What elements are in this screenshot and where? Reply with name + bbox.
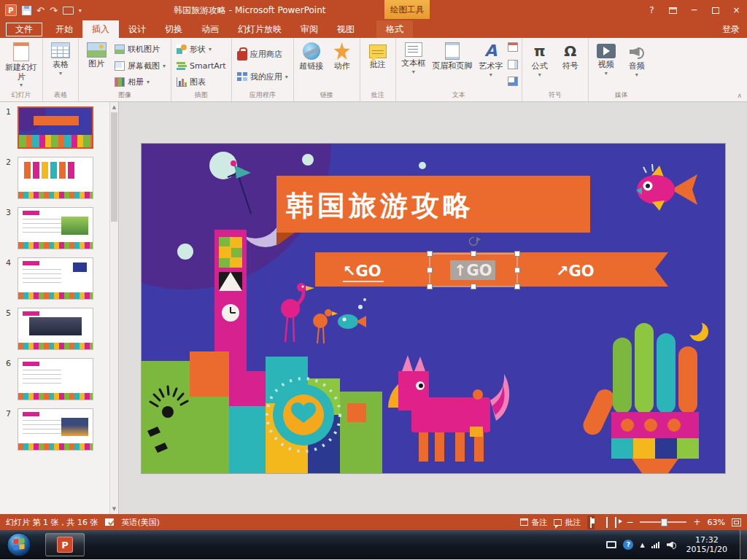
slide-thumbnail[interactable] bbox=[18, 358, 93, 400]
my-apps-button[interactable]: 我的应用 ▾ bbox=[234, 69, 291, 85]
show-desktop-button[interactable] bbox=[740, 530, 747, 559]
new-slide-button[interactable]: 新建幻灯片 ▾ bbox=[2, 40, 40, 88]
wordart-button[interactable]: A 艺术字 ▾ bbox=[476, 40, 506, 78]
scrollbar-thumb[interactable] bbox=[111, 112, 117, 222]
hyperlink-button[interactable]: 超链接 bbox=[296, 40, 327, 71]
save-icon[interactable] bbox=[22, 6, 31, 15]
zoom-level[interactable]: 63% bbox=[708, 518, 725, 527]
slide-thumbnail[interactable] bbox=[18, 408, 93, 451]
table-icon bbox=[51, 42, 70, 58]
chart-button[interactable]: 图表 bbox=[174, 74, 229, 90]
reading-view-button[interactable] bbox=[603, 516, 611, 529]
slide-number: 2 bbox=[6, 157, 15, 199]
tray-hidden-icons-button[interactable]: ▲ bbox=[640, 542, 644, 548]
taskbar-clock[interactable]: 17:32 2015/1/20 bbox=[686, 535, 727, 554]
slide-thumbnail[interactable] bbox=[18, 257, 93, 300]
zoom-out-button[interactable]: − bbox=[626, 517, 633, 527]
new-slide-icon bbox=[13, 42, 29, 61]
zoom-in-button[interactable]: + bbox=[693, 517, 700, 527]
qat-customize-dropdown-icon[interactable]: ▾ bbox=[79, 7, 82, 14]
tray-volume-icon[interactable] bbox=[667, 541, 677, 549]
video-button[interactable]: 视频 ▾ bbox=[591, 40, 622, 77]
go-ribbon-banner[interactable]: ↖GO ↑GO ↗GO bbox=[315, 252, 668, 287]
start-slideshow-icon[interactable] bbox=[63, 7, 74, 15]
store-button[interactable]: 应用商店 bbox=[234, 47, 291, 62]
dot-shape[interactable] bbox=[302, 154, 314, 166]
audio-button[interactable]: 音频 ▾ bbox=[622, 40, 652, 78]
tab-animations[interactable]: 动画 bbox=[192, 20, 228, 38]
tab-transitions[interactable]: 切换 bbox=[155, 20, 192, 38]
spell-check-icon[interactable] bbox=[105, 518, 114, 526]
language-indicator[interactable]: 英语(美国) bbox=[121, 517, 160, 528]
help-button[interactable]: ? bbox=[641, 1, 662, 19]
sign-in-link[interactable]: 登录 bbox=[722, 20, 740, 38]
normal-view-button[interactable] bbox=[587, 516, 595, 529]
photo-album-button[interactable]: 相册 ▾ bbox=[112, 74, 169, 90]
tab-slideshow[interactable]: 幻灯片放映 bbox=[228, 20, 291, 38]
date-time-button[interactable] bbox=[508, 42, 518, 52]
screenshot-button[interactable]: 屏幕截图 ▾ bbox=[112, 58, 169, 74]
maximize-button[interactable] bbox=[705, 1, 726, 19]
header-footer-button[interactable]: 页眉和页脚 bbox=[429, 40, 476, 71]
action-button[interactable]: 动作 bbox=[327, 40, 357, 71]
notes-toggle[interactable]: 备注 bbox=[520, 517, 547, 528]
go-link-right[interactable]: ↗GO bbox=[556, 262, 595, 280]
tab-review[interactable]: 审阅 bbox=[291, 20, 328, 38]
tray-network-icon[interactable] bbox=[651, 541, 660, 548]
tray-help-icon[interactable]: ? bbox=[623, 540, 633, 550]
powerpoint-app-icon[interactable]: P bbox=[5, 4, 17, 16]
slide-thumbnail[interactable] bbox=[18, 106, 93, 149]
slide-number: 5 bbox=[6, 308, 15, 350]
comment-button[interactable]: 批注 bbox=[363, 40, 393, 70]
scroll-up-icon[interactable]: ▲ bbox=[110, 102, 118, 112]
picture-button[interactable]: 图片 bbox=[81, 40, 112, 69]
slide-number-button[interactable] bbox=[508, 60, 518, 69]
tab-home[interactable]: 开始 bbox=[46, 20, 82, 38]
symbol-button[interactable]: Ω 符号 bbox=[555, 40, 586, 71]
collapse-ribbon-icon[interactable]: ∧ bbox=[737, 92, 742, 99]
ribbon-group-images: 图片 联机图片 屏幕截图 ▾ 相册 ▾ 图像 bbox=[79, 38, 171, 101]
tab-format[interactable]: 格式 bbox=[376, 20, 413, 38]
fit-to-window-button[interactable] bbox=[732, 518, 741, 526]
tray-display-icon[interactable] bbox=[606, 541, 616, 548]
text-box-button[interactable]: 文本框 ▾ bbox=[398, 40, 429, 75]
scroll-down-icon[interactable]: ▼ bbox=[110, 504, 118, 514]
slide-sorter-view-button[interactable] bbox=[596, 520, 602, 524]
tab-insert[interactable]: 插入 bbox=[82, 20, 119, 38]
zoom-slider[interactable] bbox=[640, 521, 686, 523]
comments-toggle[interactable]: 批注 bbox=[554, 517, 581, 528]
redo-icon[interactable]: ↷ bbox=[50, 6, 58, 15]
slide-thumbnail[interactable] bbox=[18, 157, 93, 199]
clock-time: 17:32 bbox=[686, 535, 727, 545]
tower-illustration[interactable] bbox=[214, 230, 247, 371]
undo-icon[interactable]: ↶ bbox=[36, 6, 44, 15]
tab-design[interactable]: 设计 bbox=[119, 20, 155, 38]
slide-number: 6 bbox=[6, 358, 15, 400]
wordart-dropdown-icon: ▾ bbox=[489, 72, 492, 78]
tab-file[interactable]: 文件 bbox=[6, 23, 42, 36]
minimize-button[interactable]: ─ bbox=[684, 1, 705, 19]
slide-thumbnail[interactable] bbox=[18, 207, 93, 249]
slide-title[interactable]: 韩国旅游攻略 bbox=[285, 190, 474, 222]
go-link-middle[interactable]: ↑GO bbox=[454, 262, 492, 279]
online-pictures-button[interactable]: 联机图片 bbox=[112, 42, 169, 57]
start-button[interactable] bbox=[6, 532, 32, 558]
equation-button[interactable]: π 公式 ▾ bbox=[525, 40, 555, 78]
slideshow-view-button[interactable] bbox=[612, 516, 619, 529]
dot-shape[interactable] bbox=[177, 244, 193, 260]
panel-scrollbar[interactable]: ▲ ▼ bbox=[109, 102, 118, 514]
window-controls: ? ─ × bbox=[641, 0, 747, 20]
shapes-button[interactable]: 形状 ▾ bbox=[174, 42, 229, 57]
slide-thumbnail[interactable] bbox=[18, 308, 93, 350]
tab-view[interactable]: 视图 bbox=[328, 20, 364, 38]
object-button[interactable] bbox=[508, 77, 518, 86]
smartart-button[interactable]: SmartArt bbox=[174, 58, 229, 74]
taskbar-powerpoint-button[interactable]: P bbox=[45, 533, 85, 556]
go-link-left[interactable]: ↖GO bbox=[343, 262, 382, 280]
dot-shape[interactable] bbox=[419, 162, 426, 169]
ribbon-options-button[interactable] bbox=[662, 1, 684, 19]
screenshot-icon bbox=[115, 61, 125, 71]
table-button[interactable]: 表格 ▾ bbox=[45, 40, 76, 77]
slide-canvas[interactable]: 韩国旅游攻略 bbox=[142, 144, 725, 473]
close-button[interactable]: × bbox=[726, 1, 747, 19]
